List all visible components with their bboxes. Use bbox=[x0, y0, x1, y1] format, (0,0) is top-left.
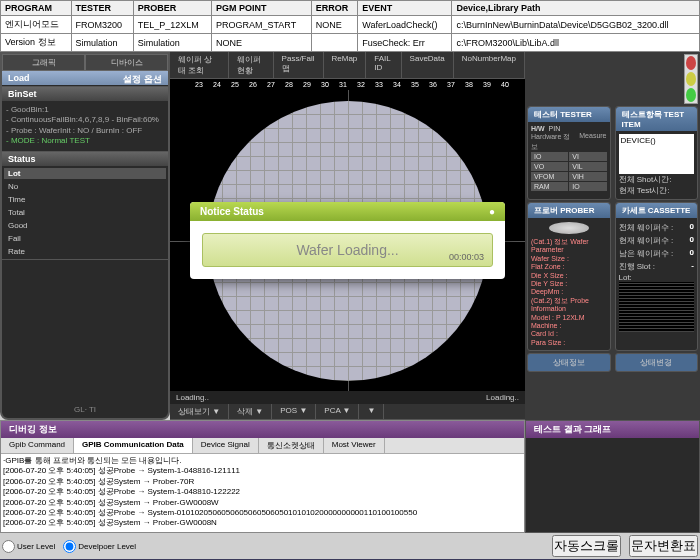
hcell: FuseCheck: Err bbox=[358, 34, 452, 52]
ctab-status[interactable]: 웨이퍼 상태 조회 bbox=[170, 52, 229, 78]
hcell: Version 정보 bbox=[1, 34, 72, 52]
left-bottom-label: GL· TI bbox=[2, 401, 168, 418]
notice-title: Notice Status bbox=[200, 206, 264, 217]
log-body[interactable]: ·GPIB를 통해 프로버와 통신되는 모든 내용입니다. [2006-07-2… bbox=[1, 454, 524, 532]
hcell: NONE bbox=[311, 16, 357, 34]
log-tab-most[interactable]: Most Viewer bbox=[324, 438, 385, 453]
close-icon[interactable]: ● bbox=[489, 206, 495, 217]
left-panel: 그래픽 디바이스 Load 설정 옵션 BinSet - GoodBin:1 -… bbox=[0, 52, 170, 420]
graph-title: 테스트 결과 그래프 bbox=[526, 421, 699, 438]
ctab-remap[interactable]: ReMap bbox=[324, 52, 367, 78]
tb-status[interactable]: 상태보기 ▼ bbox=[170, 404, 229, 419]
hcell: c:\BurnInNew\BurninData\Device\D5GGB02_3… bbox=[452, 16, 700, 34]
hcell: TEL_P_12XLM bbox=[133, 16, 211, 34]
level-bar: User Level Develpoer Level 자동스크롤 문자변환표 bbox=[0, 533, 700, 559]
hcell: Simulation bbox=[71, 34, 133, 52]
cassette-box: 카세트 CASSETTE 전체 웨이퍼수 :0 현재 웨이퍼수 :0 남은 웨이… bbox=[615, 202, 699, 351]
autoscroll-button[interactable]: 자동스크롤 bbox=[552, 535, 621, 557]
hcell: NONE bbox=[212, 34, 312, 52]
hcell: c:\FROM3200\Lib\LibA.dll bbox=[452, 34, 700, 52]
notice-time: 00:00:03 bbox=[449, 252, 484, 262]
tb-more[interactable]: ▼ bbox=[359, 404, 384, 419]
user-level-radio[interactable]: User Level bbox=[2, 540, 55, 553]
tab-device[interactable]: 디바이스 bbox=[85, 54, 168, 71]
testlist-box: 테스트항목 TEST ITEM DEVICE() 전체 Shot시간: 현재 T… bbox=[615, 106, 699, 200]
nonumber-label: NoNumberMap bbox=[454, 52, 525, 78]
graph-panel: 테스트 결과 그래프 bbox=[525, 420, 700, 533]
testlist-value: DEVICE() bbox=[619, 134, 695, 174]
charmap-button[interactable]: 문자변환표 bbox=[629, 535, 698, 557]
right-panel: 테스터 TESTER H/WPIN Hardware 정보Measure IOV… bbox=[525, 52, 700, 420]
status-header[interactable]: Status bbox=[2, 152, 168, 166]
status-change-button[interactable]: 상태변경 bbox=[615, 353, 699, 372]
dev-level-radio[interactable]: Develpoer Level bbox=[63, 540, 136, 553]
hcell: FROM3200 bbox=[71, 16, 133, 34]
hcol: TESTER bbox=[71, 1, 133, 16]
ctab-save[interactable]: SaveData bbox=[402, 52, 454, 78]
signal-tower-icon bbox=[684, 54, 698, 104]
binset-header[interactable]: BinSet bbox=[2, 87, 168, 101]
log-title: 디버깅 정보 bbox=[1, 421, 524, 438]
log-tab-comm[interactable]: GPIB Communication Data bbox=[74, 438, 193, 453]
binset-content: - GoodBin:1 - ContinuousFailBin:4,6,7,8,… bbox=[2, 101, 168, 151]
wafer-disc-icon bbox=[549, 222, 589, 234]
hcell: Simulation bbox=[133, 34, 211, 52]
hcell: PROGRAM_START bbox=[212, 16, 312, 34]
ctab-wafer[interactable]: 웨이퍼현황 bbox=[229, 52, 274, 78]
ruler-horizontal: 232425262728293031323334353637383940 bbox=[170, 79, 525, 90]
prober-box: 프로버 PROBER (Cat.1) 정보 Wafer Parameter Wa… bbox=[527, 202, 611, 351]
log-panel: 디버깅 정보 Gpib Command GPIB Communication D… bbox=[0, 420, 525, 533]
hcell: 엔지니어모드 bbox=[1, 16, 72, 34]
hcol: Device,Library Path bbox=[452, 1, 700, 16]
loading-right: Loading.. bbox=[486, 393, 519, 402]
hcol: PROGRAM bbox=[1, 1, 72, 16]
hcol: PROBER bbox=[133, 1, 211, 16]
cassette-slots-icon bbox=[619, 282, 695, 332]
center-panel: 웨이퍼 상태 조회 웨이퍼현황 Pass/Fail맵 ReMap FAIL ID… bbox=[170, 52, 525, 420]
hcol: ERROR bbox=[311, 1, 357, 16]
load-header[interactable]: Load 설정 옵션 bbox=[2, 71, 168, 85]
hcell bbox=[311, 34, 357, 52]
progress-bar: Wafer Loading... 00:00:03 bbox=[202, 233, 493, 267]
tab-graphic[interactable]: 그래픽 bbox=[2, 54, 85, 71]
ctab-failid[interactable]: FAIL ID bbox=[366, 52, 401, 78]
header-table: PROGRAM TESTER PROBER PGM POINT ERROR EV… bbox=[0, 0, 700, 52]
log-tab-socket[interactable]: 통신소켓상태 bbox=[259, 438, 324, 453]
log-tab-signal[interactable]: Device Signal bbox=[193, 438, 259, 453]
load-label: Load bbox=[8, 73, 30, 83]
tb-delete[interactable]: 삭제 ▼ bbox=[229, 404, 272, 419]
ctab-passfail[interactable]: Pass/Fail맵 bbox=[274, 52, 324, 78]
hcell: WaferLoadCheck() bbox=[358, 16, 452, 34]
log-tab-gpib[interactable]: Gpib Command bbox=[1, 438, 74, 453]
hcol: EVENT bbox=[358, 1, 452, 16]
tester-box: 테스터 TESTER H/WPIN Hardware 정보Measure IOV… bbox=[527, 106, 611, 200]
notice-dialog: Notice Status ● Wafer Loading... 00:00:0… bbox=[190, 202, 505, 279]
hcol: PGM POINT bbox=[212, 1, 312, 16]
lot-table: Lot No Time Total Good Fail Rate bbox=[2, 166, 168, 259]
status-info-button[interactable]: 상태정보 bbox=[527, 353, 611, 372]
tb-pca[interactable]: PCA ▼ bbox=[316, 404, 359, 419]
loading-left: Loading.. bbox=[176, 393, 209, 402]
notice-msg: Wafer Loading... bbox=[296, 242, 398, 258]
tb-pos[interactable]: POS ▼ bbox=[272, 404, 316, 419]
